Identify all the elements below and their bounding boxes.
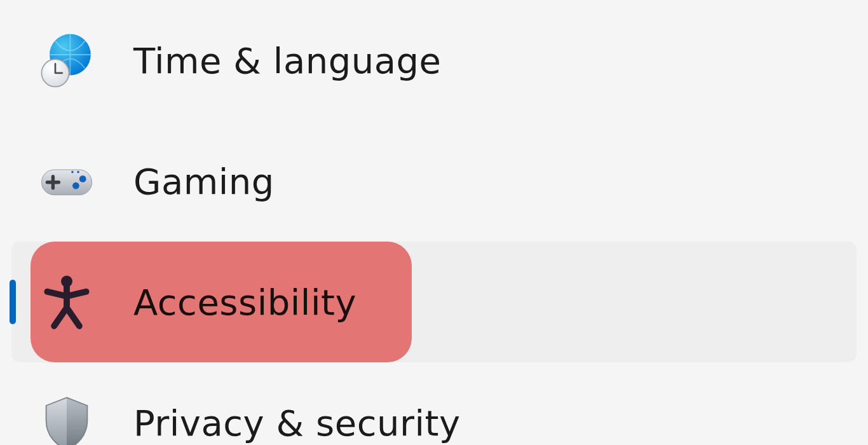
- sidebar-item-label: Privacy & security: [133, 402, 461, 444]
- sidebar-item-time-language[interactable]: Time & language: [0, 0, 868, 121]
- svg-point-5: [71, 171, 74, 174]
- shield-icon: [38, 394, 95, 445]
- settings-nav-sidebar: Time & language Gaming: [0, 0, 868, 445]
- sidebar-item-label: Gaming: [133, 161, 275, 202]
- svg-point-6: [77, 171, 79, 174]
- sidebar-item-label: Accessibility: [133, 282, 356, 323]
- sidebar-item-gaming[interactable]: Gaming: [0, 121, 868, 242]
- accessibility-icon: [38, 273, 95, 331]
- selection-indicator: [10, 280, 16, 324]
- gamepad-icon: [38, 153, 95, 210]
- sidebar-item-accessibility[interactable]: Accessibility: [11, 242, 857, 362]
- svg-point-4: [79, 175, 86, 182]
- sidebar-item-privacy-security[interactable]: Privacy & security: [0, 362, 868, 445]
- globe-clock-icon: [38, 32, 95, 89]
- svg-point-3: [72, 182, 79, 189]
- sidebar-item-label: Time & language: [133, 40, 442, 81]
